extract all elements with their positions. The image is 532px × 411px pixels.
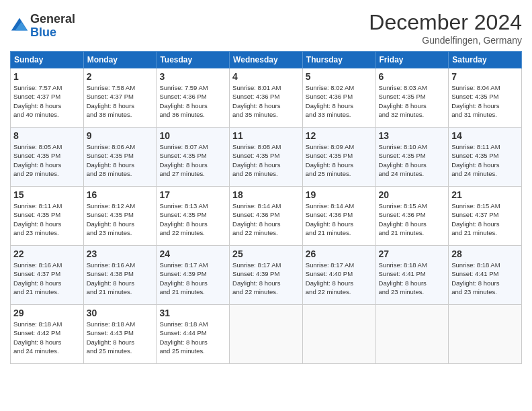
day-number: 2 xyxy=(87,71,154,82)
calendar-week-row-3: 15Sunrise: 8:11 AMSunset: 4:35 PMDayligh… xyxy=(11,187,522,246)
day-number: 11 xyxy=(232,130,300,141)
calendar-cell: 29Sunrise: 8:18 AMSunset: 4:42 PMDayligh… xyxy=(11,305,84,364)
day-info: Sunrise: 8:09 AMSunset: 4:35 PMDaylight:… xyxy=(306,142,373,178)
day-number: 14 xyxy=(451,130,519,141)
calendar-cell: 11Sunrise: 8:08 AMSunset: 4:35 PMDayligh… xyxy=(230,128,303,187)
day-info: Sunrise: 7:59 AMSunset: 4:36 PMDaylight:… xyxy=(159,83,226,119)
calendar-week-row-5: 29Sunrise: 8:18 AMSunset: 4:42 PMDayligh… xyxy=(11,305,522,364)
col-monday: Monday xyxy=(83,52,157,68)
calendar-header-row: Sunday Monday Tuesday Wednesday Thursday… xyxy=(11,52,522,68)
day-info: Sunrise: 7:58 AMSunset: 4:37 PMDaylight:… xyxy=(87,83,154,119)
calendar-cell: 5Sunrise: 8:02 AMSunset: 4:36 PMDaylight… xyxy=(302,68,375,128)
day-info: Sunrise: 8:06 AMSunset: 4:35 PMDaylight:… xyxy=(87,142,154,178)
day-number: 24 xyxy=(159,248,226,259)
day-info: Sunrise: 8:17 AMSunset: 4:39 PMDaylight:… xyxy=(159,261,226,296)
calendar-cell: 8Sunrise: 8:05 AMSunset: 4:35 PMDaylight… xyxy=(11,128,84,187)
day-number: 8 xyxy=(13,130,81,141)
col-tuesday: Tuesday xyxy=(157,52,230,68)
day-number: 28 xyxy=(451,248,519,259)
day-info: Sunrise: 8:18 AMSunset: 4:44 PMDaylight:… xyxy=(159,320,226,355)
month-title: December 2024 xyxy=(369,10,522,35)
day-info: Sunrise: 8:01 AMSunset: 4:36 PMDaylight:… xyxy=(232,83,300,119)
day-info: Sunrise: 7:57 AMSunset: 4:37 PMDaylight:… xyxy=(13,83,81,119)
calendar-cell: 19Sunrise: 8:14 AMSunset: 4:36 PMDayligh… xyxy=(302,187,375,246)
day-number: 5 xyxy=(306,71,373,82)
day-number: 26 xyxy=(306,248,373,259)
day-info: Sunrise: 8:16 AMSunset: 4:38 PMDaylight:… xyxy=(87,261,154,296)
day-number: 7 xyxy=(451,71,519,82)
calendar-cell: 28Sunrise: 8:18 AMSunset: 4:41 PMDayligh… xyxy=(449,246,522,305)
day-number: 12 xyxy=(306,130,373,141)
day-number: 20 xyxy=(379,189,446,200)
day-info: Sunrise: 8:11 AMSunset: 4:35 PMDaylight:… xyxy=(451,142,519,178)
day-info: Sunrise: 8:08 AMSunset: 4:35 PMDaylight:… xyxy=(232,142,300,178)
day-info: Sunrise: 8:17 AMSunset: 4:40 PMDaylight:… xyxy=(306,261,373,296)
col-thursday: Thursday xyxy=(302,52,375,68)
day-info: Sunrise: 8:17 AMSunset: 4:39 PMDaylight:… xyxy=(232,261,300,296)
calendar-cell: 21Sunrise: 8:15 AMSunset: 4:37 PMDayligh… xyxy=(449,187,522,246)
day-info: Sunrise: 8:16 AMSunset: 4:37 PMDaylight:… xyxy=(13,261,81,296)
day-info: Sunrise: 8:03 AMSunset: 4:35 PMDaylight:… xyxy=(379,83,446,119)
title-block: December 2024 Gundelfingen, Germany xyxy=(369,10,522,46)
header: General Blue December 2024 Gundelfingen,… xyxy=(10,10,522,46)
col-saturday: Saturday xyxy=(449,52,522,68)
calendar-cell: 20Sunrise: 8:15 AMSunset: 4:36 PMDayligh… xyxy=(375,187,449,246)
day-number: 9 xyxy=(87,130,154,141)
calendar-cell: 13Sunrise: 8:10 AMSunset: 4:35 PMDayligh… xyxy=(375,128,449,187)
day-number: 15 xyxy=(13,189,81,200)
calendar-cell: 4Sunrise: 8:01 AMSunset: 4:36 PMDaylight… xyxy=(230,68,303,128)
calendar-cell: 12Sunrise: 8:09 AMSunset: 4:35 PMDayligh… xyxy=(302,128,375,187)
day-number: 31 xyxy=(159,308,226,318)
day-number: 27 xyxy=(379,248,446,259)
day-info: Sunrise: 8:18 AMSunset: 4:43 PMDaylight:… xyxy=(87,320,154,355)
day-number: 23 xyxy=(87,248,154,259)
calendar-cell: 27Sunrise: 8:18 AMSunset: 4:41 PMDayligh… xyxy=(375,246,449,305)
calendar-cell: 7Sunrise: 8:04 AMSunset: 4:35 PMDaylight… xyxy=(449,68,522,128)
day-number: 17 xyxy=(159,189,226,200)
calendar-cell: 3Sunrise: 7:59 AMSunset: 4:36 PMDaylight… xyxy=(157,68,230,128)
calendar-cell: 1Sunrise: 7:57 AMSunset: 4:37 PMDaylight… xyxy=(11,68,84,128)
day-info: Sunrise: 8:18 AMSunset: 4:42 PMDaylight:… xyxy=(13,320,81,355)
calendar-cell: 24Sunrise: 8:17 AMSunset: 4:39 PMDayligh… xyxy=(157,246,230,305)
day-number: 4 xyxy=(232,71,300,82)
calendar-cell: 18Sunrise: 8:14 AMSunset: 4:36 PMDayligh… xyxy=(230,187,303,246)
day-number: 10 xyxy=(159,130,226,141)
day-info: Sunrise: 8:10 AMSunset: 4:35 PMDaylight:… xyxy=(379,142,446,178)
day-number: 21 xyxy=(451,189,519,200)
day-info: Sunrise: 8:07 AMSunset: 4:35 PMDaylight:… xyxy=(159,142,226,178)
day-info: Sunrise: 8:12 AMSunset: 4:35 PMDaylight:… xyxy=(87,201,154,237)
calendar-cell: 6Sunrise: 8:03 AMSunset: 4:35 PMDaylight… xyxy=(375,68,449,128)
calendar-cell: 30Sunrise: 8:18 AMSunset: 4:43 PMDayligh… xyxy=(83,305,157,364)
day-number: 18 xyxy=(232,189,300,200)
day-info: Sunrise: 8:15 AMSunset: 4:36 PMDaylight:… xyxy=(379,201,446,237)
calendar-week-row-2: 8Sunrise: 8:05 AMSunset: 4:35 PMDaylight… xyxy=(11,128,522,187)
day-number: 16 xyxy=(87,189,154,200)
day-number: 1 xyxy=(13,71,81,82)
logo-text-line1: General xyxy=(30,13,75,26)
day-number: 30 xyxy=(87,308,154,318)
day-info: Sunrise: 8:13 AMSunset: 4:35 PMDaylight:… xyxy=(159,201,226,237)
day-info: Sunrise: 8:14 AMSunset: 4:36 PMDaylight:… xyxy=(232,201,300,237)
calendar-cell: 23Sunrise: 8:16 AMSunset: 4:38 PMDayligh… xyxy=(83,246,157,305)
calendar-cell: 10Sunrise: 8:07 AMSunset: 4:35 PMDayligh… xyxy=(157,128,230,187)
day-number: 19 xyxy=(306,189,373,200)
calendar-week-row-4: 22Sunrise: 8:16 AMSunset: 4:37 PMDayligh… xyxy=(11,246,522,305)
calendar-cell: 26Sunrise: 8:17 AMSunset: 4:40 PMDayligh… xyxy=(302,246,375,305)
location: Gundelfingen, Germany xyxy=(369,35,522,46)
day-info: Sunrise: 8:18 AMSunset: 4:41 PMDaylight:… xyxy=(451,261,519,296)
logo-icon xyxy=(10,17,29,36)
calendar-cell: 9Sunrise: 8:06 AMSunset: 4:35 PMDaylight… xyxy=(83,128,157,187)
col-sunday: Sunday xyxy=(11,52,84,68)
day-info: Sunrise: 8:05 AMSunset: 4:35 PMDaylight:… xyxy=(13,142,81,178)
day-number: 6 xyxy=(379,71,446,82)
calendar-cell: 25Sunrise: 8:17 AMSunset: 4:39 PMDayligh… xyxy=(230,246,303,305)
day-info: Sunrise: 8:02 AMSunset: 4:36 PMDaylight:… xyxy=(306,83,373,119)
logo-text-line2: Blue xyxy=(30,26,75,40)
day-info: Sunrise: 8:11 AMSunset: 4:35 PMDaylight:… xyxy=(13,201,81,237)
calendar-cell: 22Sunrise: 8:16 AMSunset: 4:37 PMDayligh… xyxy=(11,246,84,305)
calendar-table: Sunday Monday Tuesday Wednesday Thursday… xyxy=(10,51,522,364)
calendar-cell xyxy=(302,305,375,364)
day-info: Sunrise: 8:15 AMSunset: 4:37 PMDaylight:… xyxy=(451,201,519,237)
logo: General Blue xyxy=(10,13,75,40)
calendar-cell: 2Sunrise: 7:58 AMSunset: 4:37 PMDaylight… xyxy=(83,68,157,128)
